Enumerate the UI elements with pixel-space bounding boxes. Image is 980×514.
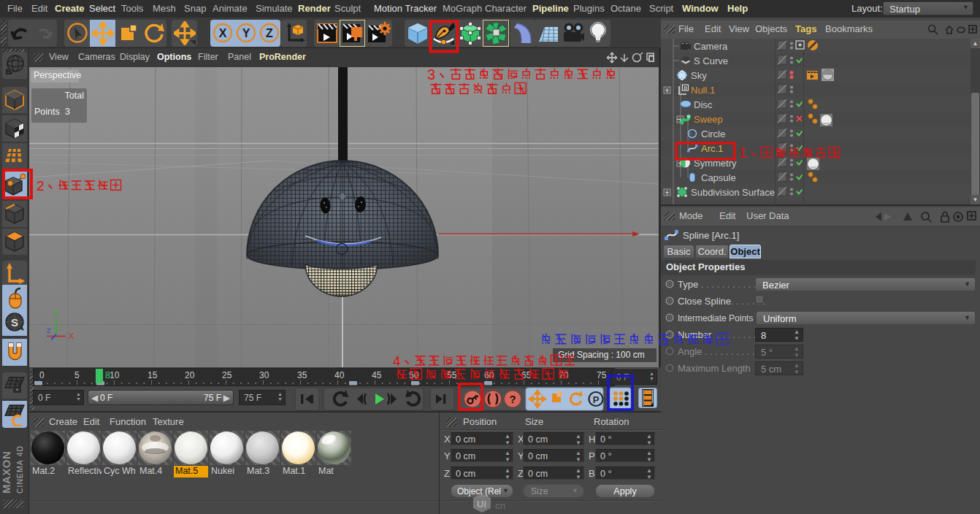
svg-text:0: 0 — [684, 85, 686, 91]
svg-text:P: P — [593, 394, 600, 405]
svg-text:70: 70 — [559, 370, 569, 380]
svg-text:X: X — [219, 27, 227, 39]
svg-text:25: 25 — [222, 370, 232, 380]
svg-text:?: ? — [509, 393, 516, 405]
svg-text:0: 0 — [39, 370, 45, 380]
svg-text:40: 40 — [334, 370, 345, 380]
svg-text:Y: Y — [242, 27, 250, 39]
svg-text:50: 50 — [409, 370, 419, 380]
svg-text:Z: Z — [266, 27, 273, 39]
svg-text:10: 10 — [110, 370, 120, 380]
svg-text:8: 8 — [105, 370, 110, 380]
svg-text:Z: Z — [47, 327, 51, 334]
svg-text:S: S — [11, 316, 18, 329]
svg-text:Y: Y — [53, 310, 59, 318]
svg-text:65: 65 — [521, 370, 532, 380]
svg-text:30: 30 — [259, 370, 269, 380]
svg-text:35: 35 — [297, 370, 307, 380]
svg-text:55: 55 — [447, 370, 457, 380]
svg-text:60: 60 — [484, 370, 494, 380]
svg-text:15: 15 — [148, 370, 158, 380]
svg-text:75: 75 — [597, 370, 607, 380]
svg-text:20: 20 — [185, 370, 195, 380]
svg-text:45: 45 — [372, 370, 382, 380]
svg-text:X: X — [69, 331, 74, 340]
svg-text:5: 5 — [74, 370, 80, 380]
